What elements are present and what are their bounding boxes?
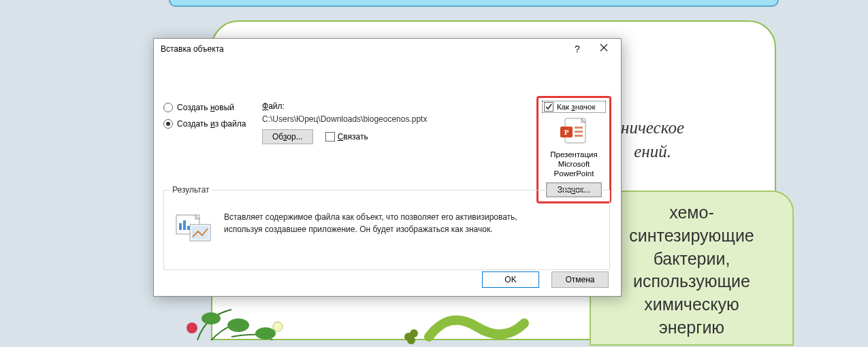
file-area: Файл: C:\Users\Юрец\Downloads\biogeoceno… <box>262 101 541 144</box>
radio-icon <box>163 103 173 112</box>
radio-create-from-file[interactable]: Создать из файла <box>163 119 260 129</box>
label-file-ul: и <box>210 119 215 129</box>
svg-rect-20 <box>183 220 186 230</box>
browse-button[interactable]: Обзор... <box>262 129 313 144</box>
svg-point-4 <box>273 322 283 331</box>
result-description: Вставляет содержимое файла как объект, ч… <box>224 211 524 235</box>
close-button[interactable] <box>590 41 618 57</box>
background-text-right: ническоеений. <box>621 116 684 163</box>
svg-point-1 <box>227 318 249 332</box>
file-label: Файл: <box>262 101 541 111</box>
svg-rect-19 <box>179 223 182 230</box>
svg-point-7 <box>407 336 415 344</box>
label-new-prefix: Создать <box>177 103 208 112</box>
create-mode-radios: Создать новый Создать из файла <box>163 103 260 135</box>
label-file-prefix: Создать <box>177 119 208 129</box>
cancel-button[interactable]: Отмена <box>551 271 609 288</box>
worm-illustration <box>388 306 538 347</box>
checkbox-checked-icon <box>544 102 553 112</box>
svg-point-3 <box>187 323 197 333</box>
close-icon <box>600 44 608 52</box>
result-group: Результат Вставляет содержимое файла как… <box>163 190 610 270</box>
as-icon-checkbox[interactable]: Как значок <box>542 101 606 113</box>
svg-rect-16 <box>575 135 583 137</box>
embed-object-icon <box>174 211 214 244</box>
radio-create-new[interactable]: Создать новый <box>163 103 260 112</box>
svg-point-0 <box>202 312 221 325</box>
label-new-suffix: овый <box>215 103 234 112</box>
powerpoint-file-icon: P <box>558 117 590 146</box>
help-button[interactable]: ? <box>569 42 585 56</box>
result-group-title: Результат <box>170 185 212 195</box>
radio-icon-selected <box>163 119 173 129</box>
dialog-title: Вставка объекта <box>161 44 224 54</box>
dialog-titlebar: Вставка объекта ? <box>154 39 621 59</box>
svg-point-2 <box>255 327 276 340</box>
as-icon-panel-highlighted: Как значок P Презентация Microsoft Power… <box>536 96 611 203</box>
insert-object-dialog: Вставка объекта ? Создать новый Соз <box>153 38 622 297</box>
label-file-suffix: з файла <box>215 119 246 129</box>
top-banner <box>169 0 779 7</box>
link-checkbox[interactable]: Связать <box>325 132 368 142</box>
icon-caption: Презентация Microsoft PowerPoint <box>542 150 606 178</box>
plant-illustration <box>170 293 320 347</box>
checkbox-icon <box>325 132 335 142</box>
ok-button[interactable]: OK <box>482 271 539 288</box>
svg-rect-14 <box>575 127 583 129</box>
svg-rect-15 <box>575 131 583 133</box>
file-path-field[interactable]: C:\Users\Юрец\Downloads\biogeocenos.pptx <box>262 112 541 128</box>
svg-text:P: P <box>564 128 569 136</box>
label-new-ul: н <box>210 103 215 112</box>
svg-rect-21 <box>187 226 190 230</box>
